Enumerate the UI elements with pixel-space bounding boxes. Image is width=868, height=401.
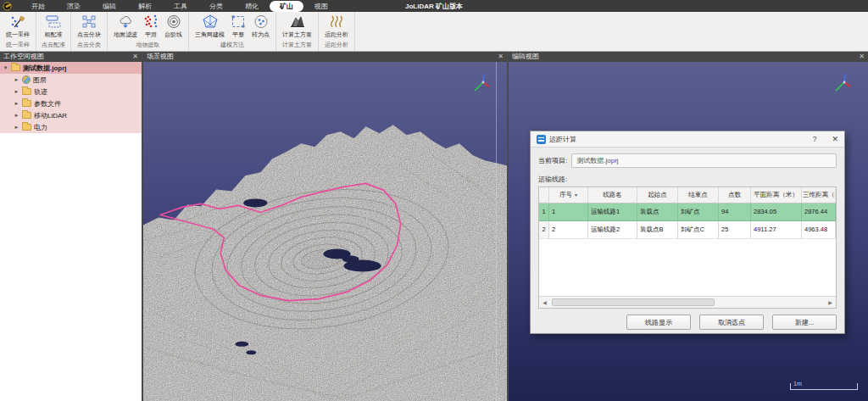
dialog-title-bar[interactable]: 运距计算 ? ✕ <box>531 131 844 148</box>
cloud-tiling-button[interactable]: 点云分块 <box>75 12 103 39</box>
volume-label: 计算土方量 <box>282 31 312 39</box>
column-header-plan-distance[interactable]: 平面距离（米） <box>751 187 802 203</box>
column-header-name[interactable]: 线路名 <box>588 187 637 203</box>
tree-root-project[interactable]: ▾ 测试数据.joprj <box>0 62 142 74</box>
group-label-haul-distance: 运距分析 <box>322 41 351 51</box>
workspace-close-icon[interactable]: ✕ <box>132 53 138 61</box>
group-label-modeling: 建模方法 <box>192 41 272 51</box>
cell-end: 卸矿点C <box>678 221 719 239</box>
tree-item-power[interactable]: ▸ 电力 <box>0 121 142 133</box>
caret-collapsed-icon[interactable]: ▸ <box>14 88 19 95</box>
column-header-end[interactable]: 结束点 <box>678 187 719 203</box>
flatten-button[interactable]: 平整 <box>227 12 249 39</box>
coarse-registration-button[interactable]: 粗配准 <box>42 12 65 39</box>
ground-filter-icon <box>117 14 134 30</box>
column-header-seq[interactable]: 序号▾ <box>549 187 588 203</box>
haul-distance-icon <box>328 14 345 30</box>
project-folder-icon <box>11 64 20 71</box>
ribbon-group-classification: 点云分块 点云分类 <box>71 12 108 51</box>
cell-plan-distance: 4911.27 <box>751 221 802 239</box>
caret-expanded-icon[interactable]: ▾ <box>3 64 8 71</box>
app-logo-icon <box>3 2 14 11</box>
caret-collapsed-icon[interactable]: ▸ <box>14 76 19 83</box>
scroll-right-icon[interactable]: ▶ <box>825 299 836 305</box>
tree-item-parameter-files[interactable]: ▸ 参数文件 <box>0 97 142 109</box>
edit-panel: 编辑视图 ✕ 1m 运距计算 ? ✕ 当前项目: 测试数据.joprj <box>509 51 868 401</box>
scene-close-icon[interactable]: ✕ <box>498 53 504 61</box>
caret-collapsed-icon[interactable]: ▸ <box>14 124 19 131</box>
cell-end: 卸矿点 <box>678 203 719 221</box>
column-header-3d-distance[interactable]: 三维距离（米） <box>802 187 836 203</box>
bench-line-button[interactable]: 台阶线 <box>162 12 185 39</box>
menu-tools[interactable]: 工具 <box>163 1 198 12</box>
dialog-help-button[interactable]: ? <box>812 135 816 143</box>
menu-view[interactable]: 视图 <box>303 1 339 12</box>
caret-collapsed-icon[interactable]: ▸ <box>14 100 19 107</box>
group-label-registration: 点云配准 <box>40 41 67 51</box>
scrollbar-track[interactable] <box>550 297 825 308</box>
cancel-point-selection-button[interactable]: 取消选点 <box>699 315 764 330</box>
scene-panel: 场景视图 ✕ <box>143 51 507 401</box>
haul-distance-label: 运距分析 <box>325 31 348 39</box>
menu-refine[interactable]: 精化 <box>234 1 270 12</box>
menu-mine-active[interactable]: 矿山 <box>270 1 303 12</box>
tin-modeling-button[interactable]: 三角网建模 <box>192 12 227 39</box>
volume-button[interactable]: 计算土方量 <box>280 12 314 39</box>
menu-render[interactable]: 渲染 <box>56 1 92 12</box>
row-header-cell: 2 <box>539 221 549 239</box>
column-header-start[interactable]: 起始点 <box>637 187 678 203</box>
menu-analyze[interactable]: 解析 <box>127 1 163 12</box>
tree-item-mobile-lidar[interactable]: ▸ 移动LiDAR <box>0 109 142 121</box>
dialog-body: 当前项目: 测试数据.joprj 运输线路: 序号▾ 线路名 起始点 结束点 点… <box>531 148 844 334</box>
ground-filter-button[interactable]: 地面滤波 <box>111 12 140 39</box>
tree-item-label: 移动LiDAR <box>34 111 67 120</box>
new-route-button[interactable]: 新建... <box>772 315 837 330</box>
folder-icon <box>22 88 31 95</box>
dialog-close-button[interactable]: ✕ <box>832 135 838 143</box>
edit-close-icon[interactable]: ✕ <box>859 53 865 61</box>
to-point-button[interactable]: 转为点 <box>249 12 272 39</box>
edit-panel-header: 编辑视图 ✕ <box>509 51 868 62</box>
cell-plan-distance: 2834.05 <box>751 203 802 221</box>
table-row[interactable]: 2 2 运输线路2 装载点B 卸矿点C 25 4911.27 4963.48 <box>539 221 836 239</box>
tree-item-trajectory[interactable]: ▸ 轨迹 <box>0 86 142 97</box>
volume-icon <box>289 14 306 30</box>
tree-item-layers[interactable]: ▸ 图层 <box>0 74 142 86</box>
tree-item-label: 电力 <box>34 123 47 132</box>
haul-distance-button[interactable]: 运距分析 <box>322 12 351 39</box>
menu-start[interactable]: 开始 <box>20 1 56 12</box>
scene-3d-viewport[interactable] <box>143 62 507 401</box>
menu-edit[interactable]: 编辑 <box>92 1 127 12</box>
cell-name: 运输线路2 <box>588 221 637 239</box>
haul-routes-label: 运输线路: <box>538 175 837 184</box>
dialog-title: 运距计算 <box>549 135 576 144</box>
cell-3d-distance: 4963.48 <box>802 221 836 239</box>
cell-name: 运输线路1 <box>588 203 637 221</box>
group-label-feature-extraction: 地物提取 <box>111 41 185 51</box>
cloud-tiling-icon <box>81 14 97 30</box>
routes-table-header: 序号▾ 线路名 起始点 结束点 点数 平面距离（米） 三维距离（米） <box>539 187 836 203</box>
flatten-label: 平整 <box>232 31 244 39</box>
bench-line-icon <box>165 14 182 30</box>
smooth-button[interactable]: 平滑 <box>140 12 162 39</box>
scene-scrollbar[interactable] <box>496 62 497 401</box>
group-label-volume: 计算土方量 <box>280 41 314 51</box>
scale-bar: 1m <box>790 383 858 390</box>
edit-3d-viewport[interactable]: 1m 运距计算 ? ✕ 当前项目: 测试数据.joprj 运输线路: 序号▾ <box>509 62 868 401</box>
show-route-button[interactable]: 线路显示 <box>626 315 691 330</box>
scene-panel-header: 场景视图 ✕ <box>143 51 507 62</box>
caret-collapsed-icon[interactable]: ▸ <box>14 112 19 119</box>
dialog-button-row: 线路显示 取消选点 新建... <box>538 315 837 330</box>
cell-seq: 1 <box>549 203 588 221</box>
scrollbar-thumb[interactable] <box>552 298 715 306</box>
current-project-input[interactable]: 测试数据.joprj <box>571 153 837 168</box>
dialog-app-icon <box>537 135 546 144</box>
scroll-left-icon[interactable]: ◀ <box>539 299 550 305</box>
resample-button[interactable]: 统一采样 <box>3 12 32 39</box>
menu-classify[interactable]: 分类 <box>198 1 234 12</box>
workspace-panel: 工作空间视图 ✕ ▾ 测试数据.joprj ▸ 图层 ▸ 轨迹 ▸ 参数文件 ▸… <box>0 51 142 401</box>
column-header-points[interactable]: 点数 <box>719 187 751 203</box>
workspace-tree: ▾ 测试数据.joprj ▸ 图层 ▸ 轨迹 ▸ 参数文件 ▸ 移动LiDAR … <box>0 62 142 401</box>
table-horizontal-scrollbar[interactable]: ◀ ▶ <box>539 296 836 308</box>
table-row[interactable]: 1 1 运输线路1 装载点 卸矿点 94 2834.05 2876.44 <box>539 203 836 221</box>
